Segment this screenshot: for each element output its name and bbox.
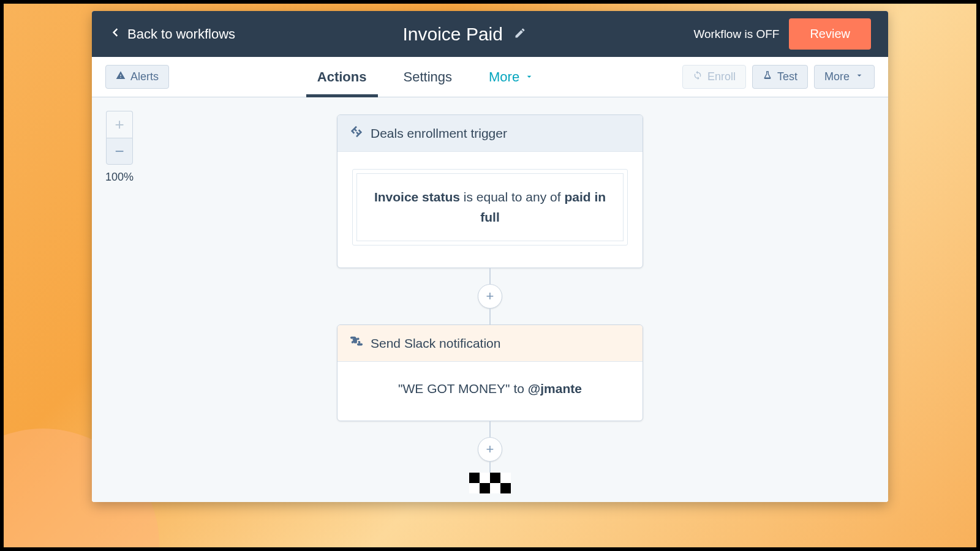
more-label: More: [824, 70, 850, 83]
zoom-in-button[interactable]: +: [106, 111, 133, 138]
trigger-op: is equal to any of: [460, 190, 564, 204]
trigger-card[interactable]: Deals enrollment trigger Invoice status …: [337, 114, 643, 268]
enroll-label: Enroll: [707, 70, 736, 83]
action-recipient: @jmante: [528, 381, 582, 395]
test-label: Test: [777, 70, 797, 83]
workflow-status: Workflow is OFF: [693, 28, 779, 41]
action-title: Send Slack notification: [371, 336, 500, 351]
action-joiner: to: [510, 381, 528, 395]
connector-line: [489, 268, 491, 284]
tabs: Actions Settings More: [175, 57, 676, 97]
alerts-button[interactable]: Alerts: [105, 65, 169, 89]
trigger-field: Invoice status: [374, 190, 460, 204]
trigger-title: Deals enrollment trigger: [371, 126, 507, 141]
trigger-condition[interactable]: Invoice status is equal to any of paid i…: [356, 173, 624, 241]
flow-column: Deals enrollment trigger Invoice status …: [337, 114, 643, 493]
review-button[interactable]: Review: [789, 18, 871, 50]
tab-more[interactable]: More: [489, 57, 534, 97]
connector-line: [489, 309, 491, 324]
handshake-icon: [350, 125, 363, 141]
action-card-body: "WE GOT MONEY" to @jmante: [337, 362, 643, 421]
back-label: Back to workflows: [127, 26, 235, 42]
pencil-icon[interactable]: [514, 27, 526, 42]
connector-line: [489, 421, 491, 437]
workflow-editor-frame: Back to workflows Invoice Paid Workflow …: [92, 11, 888, 502]
enroll-icon: [693, 70, 703, 83]
more-button[interactable]: More: [814, 65, 875, 89]
finish-flag-icon: [469, 473, 511, 493]
right-toolbar: Enroll Test More: [682, 65, 875, 89]
connector-line: [489, 462, 491, 473]
warning-icon: [116, 70, 126, 83]
add-step-button[interactable]: +: [478, 437, 502, 462]
zoom-out-button[interactable]: −: [106, 138, 133, 165]
trigger-condition-outer: Invoice status is equal to any of paid i…: [352, 169, 628, 246]
tab-actions-label: Actions: [317, 69, 367, 85]
tab-settings[interactable]: Settings: [404, 57, 453, 97]
flask-icon: [763, 70, 772, 83]
alerts-label: Alerts: [130, 70, 159, 83]
action-message: "WE GOT MONEY": [398, 381, 510, 395]
tab-more-label: More: [489, 69, 519, 85]
tab-settings-label: Settings: [404, 69, 453, 85]
chevron-left-icon: [109, 24, 121, 45]
back-to-workflows-link[interactable]: Back to workflows: [109, 24, 235, 45]
workflow-canvas[interactable]: + − 100% Deals enrollment trigger Invoic…: [92, 97, 888, 502]
caret-down-icon: [854, 70, 864, 83]
enroll-button[interactable]: Enroll: [682, 65, 746, 89]
header-bar: Back to workflows Invoice Paid Workflow …: [92, 11, 888, 57]
toolbar: Alerts Actions Settings More Enroll: [92, 57, 888, 97]
action-summary: "WE GOT MONEY" to @jmante: [352, 379, 628, 399]
test-button[interactable]: Test: [752, 65, 808, 89]
action-card[interactable]: Send Slack notification "WE GOT MONEY" t…: [337, 324, 643, 421]
action-card-head: Send Slack notification: [337, 325, 643, 362]
zoom-controls: + − 100%: [105, 111, 134, 184]
zoom-level: 100%: [105, 171, 134, 184]
slack-icon: [350, 335, 363, 351]
workflow-title: Invoice Paid: [403, 24, 503, 45]
tab-actions[interactable]: Actions: [317, 57, 367, 97]
add-step-button[interactable]: +: [478, 284, 502, 309]
title-wrap: Invoice Paid: [235, 24, 693, 45]
trigger-card-body: Invoice status is equal to any of paid i…: [337, 152, 643, 268]
trigger-card-head: Deals enrollment trigger: [337, 115, 643, 152]
caret-down-icon: [524, 69, 534, 85]
